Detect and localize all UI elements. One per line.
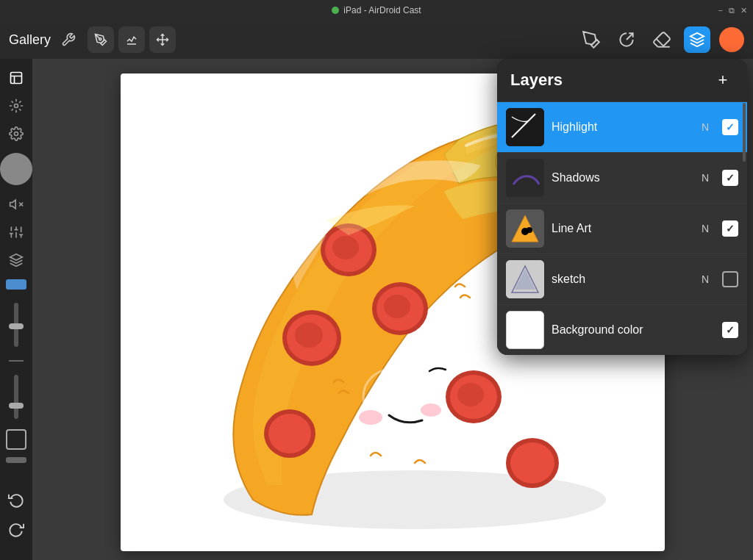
layer-thumbnail bbox=[506, 159, 544, 197]
layers-header: Layers + bbox=[497, 59, 747, 101]
svg-point-37 bbox=[268, 414, 311, 453]
svg-point-29 bbox=[295, 323, 323, 348]
adjustments-icon[interactable] bbox=[4, 94, 28, 118]
layer-name: Shadows bbox=[552, 171, 694, 184]
minimize-button[interactable]: − bbox=[718, 6, 723, 15]
svg-point-35 bbox=[457, 383, 484, 406]
layer-thumbnail bbox=[506, 311, 544, 349]
svg-marker-7 bbox=[10, 200, 16, 209]
brush-preview-bar[interactable] bbox=[6, 457, 26, 463]
redo-button[interactable] bbox=[4, 517, 28, 541]
divider bbox=[9, 360, 24, 362]
restore-button[interactable]: ⧉ bbox=[729, 6, 735, 15]
layers-scrollbar[interactable] bbox=[743, 103, 746, 162]
color-swatch[interactable] bbox=[6, 279, 26, 290]
top-right-tools bbox=[578, 26, 744, 53]
svg-point-39 bbox=[510, 442, 554, 484]
connection-dot bbox=[332, 7, 339, 14]
layer-thumbnail bbox=[506, 260, 544, 298]
svg-point-0 bbox=[99, 38, 101, 40]
settings-icon[interactable] bbox=[4, 122, 28, 146]
layer-name: Background color bbox=[552, 323, 715, 337]
svg-point-26 bbox=[332, 236, 359, 259]
transform-icon[interactable] bbox=[4, 66, 28, 90]
layer-visibility-checkbox[interactable] bbox=[722, 271, 738, 287]
svg-point-49 bbox=[359, 410, 382, 425]
close-button[interactable]: ✕ bbox=[740, 6, 747, 15]
layer-name: Highlight bbox=[552, 121, 694, 134]
layer-thumbnail bbox=[506, 108, 544, 146]
layer-mode[interactable]: N bbox=[702, 121, 709, 133]
pen-tool-button[interactable] bbox=[578, 26, 604, 53]
opacity-slider[interactable] bbox=[14, 303, 18, 347]
left-sidebar bbox=[0, 59, 32, 560]
layer-item[interactable]: Line Art N ✓ bbox=[497, 203, 747, 254]
svg-point-5 bbox=[15, 104, 18, 108]
mute-icon[interactable] bbox=[4, 193, 28, 216]
color-picker-button[interactable] bbox=[719, 27, 744, 52]
layer-item[interactable]: sketch N bbox=[497, 254, 747, 304]
layer-name: sketch bbox=[552, 273, 694, 286]
svg-rect-51 bbox=[506, 108, 544, 146]
layers-panel-button[interactable] bbox=[684, 26, 710, 53]
undo-redo-group bbox=[4, 488, 28, 553]
svg-point-32 bbox=[384, 295, 410, 318]
svg-point-55 bbox=[527, 227, 532, 233]
svg-rect-52 bbox=[506, 159, 544, 197]
layer-name: Line Art bbox=[552, 222, 694, 235]
top-toolbar: Gallery bbox=[0, 21, 753, 59]
size-slider[interactable] bbox=[14, 375, 18, 419]
svg-marker-3 bbox=[690, 33, 704, 40]
layer-thumbnail bbox=[506, 209, 544, 248]
layer-item[interactable]: Background color ✓ bbox=[497, 304, 747, 355]
layers-title: Layers bbox=[510, 71, 563, 90]
titlebar-title: iPad - AirDroid Cast bbox=[332, 5, 421, 15]
layer-visibility-checkbox[interactable]: ✓ bbox=[722, 170, 738, 186]
add-layer-button[interactable]: + bbox=[712, 69, 734, 91]
svg-point-50 bbox=[421, 403, 441, 417]
layers-stack-icon[interactable] bbox=[4, 248, 28, 272]
svg-rect-4 bbox=[11, 73, 22, 84]
layer-mode[interactable]: N bbox=[702, 172, 709, 184]
titlebar-controls: − ⧉ ✕ bbox=[718, 6, 747, 15]
titlebar-text: iPad - AirDroid Cast bbox=[343, 5, 421, 15]
brush-tool-button[interactable] bbox=[88, 26, 114, 53]
svg-marker-19 bbox=[10, 254, 23, 260]
layers-panel: Layers + Highlight N ✓ Shadows N ✓ bbox=[497, 59, 747, 355]
layer-mode[interactable]: N bbox=[702, 273, 709, 285]
eraser-tool-button[interactable] bbox=[649, 26, 675, 53]
move-tool-button[interactable] bbox=[149, 26, 176, 53]
sliders-icon[interactable] bbox=[4, 220, 28, 244]
svg-rect-58 bbox=[507, 312, 543, 348]
ink-tool-button[interactable] bbox=[613, 26, 640, 53]
layer-visibility-checkbox[interactable]: ✓ bbox=[722, 220, 738, 237]
gallery-button[interactable]: Gallery bbox=[9, 32, 51, 48]
brush-tools-group bbox=[88, 26, 176, 53]
wrench-icon[interactable] bbox=[58, 29, 79, 50]
undo-button[interactable] bbox=[4, 488, 28, 511]
svg-point-6 bbox=[15, 132, 18, 136]
layer-visibility-checkbox[interactable]: ✓ bbox=[722, 322, 738, 338]
layer-item[interactable]: Highlight N ✓ bbox=[497, 101, 747, 152]
layer-mode[interactable]: N bbox=[702, 223, 709, 234]
brush-size-indicator[interactable] bbox=[0, 153, 32, 185]
titlebar: iPad - AirDroid Cast − ⧉ ✕ bbox=[0, 0, 753, 21]
layer-visibility-checkbox[interactable]: ✓ bbox=[722, 119, 738, 135]
layer-item[interactable]: Shadows N ✓ bbox=[497, 152, 747, 203]
smudge-tool-button[interactable] bbox=[118, 26, 145, 53]
selection-square-icon[interactable] bbox=[6, 429, 26, 450]
